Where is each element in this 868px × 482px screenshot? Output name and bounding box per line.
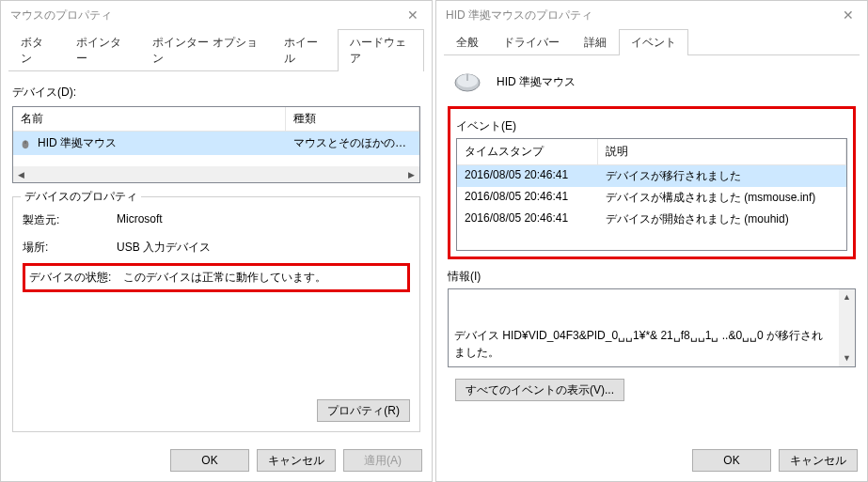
col-description[interactable]: 説明 [598,139,846,164]
horizontal-scrollbar[interactable]: ◀ ▶ [13,166,419,182]
cell-timestamp: 2016/08/05 20:46:41 [457,187,598,209]
list-row[interactable]: HID 準拠マウス マウスとそのほかのポイン [13,132,419,155]
col-type[interactable]: 種類 [286,107,419,131]
cell-description: デバイスが移行されました [598,165,846,187]
events-label: イベント(E) [456,118,847,134]
groupbox-legend: デバイスのプロパティ [21,189,141,205]
dialog-footer: OK キャンセル 適用(A) [1,442,432,481]
location-value: USB 入力デバイス [117,240,211,256]
scroll-down-icon[interactable]: ▼ [839,350,855,366]
tab-general[interactable]: 全般 [444,29,491,55]
tab-wheel[interactable]: ホイール [272,29,338,71]
cell-timestamp: 2016/08/05 20:46:41 [457,165,598,187]
tab-pointer-options[interactable]: ポインター オプション [140,29,271,71]
vertical-scrollbar[interactable]: ▲ ▼ [839,289,855,366]
info-text: デバイス HID¥VID_04F3&PID_0␣␣1¥*& 21␣f8␣␣1␣ … [454,327,849,367]
manufacturer-value: Microsoft [117,212,163,228]
ok-button[interactable]: OK [692,449,771,472]
device-properties-group: デバイスのプロパティ 製造元: Microsoft 場所: USB 入力デバイス… [12,196,420,432]
events-header: タイムスタンプ 説明 [457,139,846,165]
cancel-button[interactable]: キャンセル [257,449,336,472]
scroll-right-icon[interactable]: ▶ [403,166,419,182]
window-title: マウスのプロパティ [10,8,112,23]
properties-button[interactable]: プロパティ(R) [317,399,410,422]
tabstrip: ボタン ポインター ポインター オプション ホイール ハードウェア [1,29,432,71]
hid-mouse-properties-dialog: HID 準拠マウスのプロパティ ✕ 全般 ドライバー 詳細 イベント HID 準… [435,0,868,482]
status-label: デバイスの状態: [29,270,123,286]
tab-driver[interactable]: ドライバー [491,29,572,55]
tab-events[interactable]: イベント [619,29,688,55]
status-highlight-box: デバイスの状態: このデバイスは正常に動作しています。 [23,263,410,292]
device-name: HID 準拠マウス [497,74,576,90]
devices-label: デバイス(D): [12,85,420,101]
listview-header: 名前 種類 [13,107,419,132]
tab-pointer[interactable]: ポインター [64,29,140,71]
titlebar: HID 準拠マウスのプロパティ ✕ [436,1,867,29]
cancel-button[interactable]: キャンセル [779,449,858,472]
manufacturer-label: 製造元: [23,212,117,228]
event-row[interactable]: 2016/08/05 20:46:41 デバイスが移行されました [457,165,846,187]
mouse-properties-dialog: マウスのプロパティ ✕ ボタン ポインター ポインター オプション ホイール ハ… [0,0,433,482]
window-title: HID 準拠マウスのプロパティ [446,8,592,23]
events-highlight-box: イベント(E) タイムスタンプ 説明 2016/08/05 20:46:41 デ… [448,106,856,259]
devices-listview[interactable]: 名前 種類 HID 準拠マウス マウスとそのほかのポイン ◀ ▶ [12,106,420,183]
col-timestamp[interactable]: タイムスタンプ [457,139,598,164]
close-button[interactable]: ✕ [394,1,432,29]
show-all-events-button[interactable]: すべてのイベントの表示(V)... [455,379,624,401]
location-label: 場所: [23,240,117,256]
events-listview[interactable]: タイムスタンプ 説明 2016/08/05 20:46:41 デバイスが移行され… [456,138,847,251]
cell-description: デバイスが構成されました (msmouse.inf) [598,187,846,209]
info-textbox[interactable]: デバイス HID¥VID_04F3&PID_0␣␣1¥*& 21␣f8␣␣1␣ … [448,288,856,367]
cell-description: デバイスが開始されました (mouhid) [598,209,846,230]
event-row[interactable]: 2016/08/05 20:46:41 デバイスが構成されました (msmous… [457,187,846,209]
close-icon: ✕ [843,8,854,23]
ok-button[interactable]: OK [170,449,249,472]
tab-hardware[interactable]: ハードウェア [338,29,424,71]
tab-buttons[interactable]: ボタン [8,29,64,71]
scroll-left-icon[interactable]: ◀ [13,166,29,182]
col-name[interactable]: 名前 [13,107,286,131]
apply-button: 適用(A) [343,449,422,472]
close-button[interactable]: ✕ [829,1,867,29]
cell-timestamp: 2016/08/05 20:46:41 [457,209,598,230]
mouse-icon [19,137,32,150]
titlebar: マウスのプロパティ ✕ [1,1,432,29]
dialog-footer: OK キャンセル [436,442,867,481]
cell-name: HID 準拠マウス [36,133,292,153]
scroll-up-icon[interactable]: ▲ [839,289,855,305]
status-value: このデバイスは正常に動作しています。 [123,270,326,286]
event-row[interactable]: 2016/08/05 20:46:41 デバイスが開始されました (mouhid… [457,209,846,230]
scroll-track[interactable] [839,305,855,350]
tabstrip: 全般 ドライバー 詳細 イベント [436,29,867,55]
mouse-icon [451,70,483,93]
tab-details[interactable]: 詳細 [572,29,619,55]
device-header: HID 準拠マウス [448,65,856,104]
close-icon: ✕ [407,8,418,23]
cell-type: マウスとそのほかのポイン [292,133,414,153]
info-label: 情報(I) [448,269,856,285]
